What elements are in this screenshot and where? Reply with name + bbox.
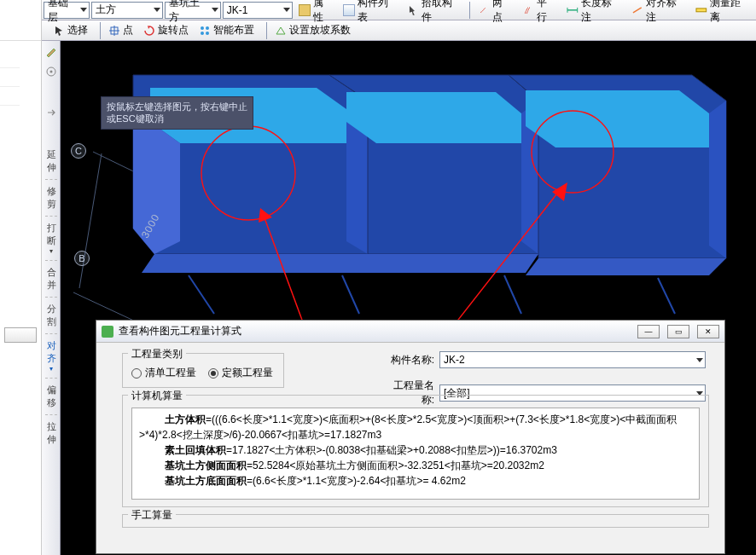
side-labels: 延伸 修剪 打断▾ 合并 分割 对齐▾ 偏移 拉伸 (43, 145, 60, 449)
svg-point-9 (206, 26, 209, 30)
align-dim-icon (631, 4, 643, 16)
svg-line-16 (79, 153, 102, 288)
calc-output[interactable]: 土方体积=(((6.6<长度>*1.1<宽度>)<底面积>+(8<长度>*2.5… (131, 408, 700, 500)
dialog-titlebar[interactable]: 查看构件图元工程量计算式 — ▭ ✕ (96, 321, 724, 343)
btn-length-dim[interactable]: 长度标注 (562, 2, 625, 19)
svg-line-32 (658, 278, 675, 314)
dialog-icon (102, 326, 113, 338)
svg-marker-26 (709, 101, 726, 258)
group-manual-calc: 手工算量 (122, 514, 709, 528)
btn-pick-component[interactable]: 拾取构件 (404, 2, 467, 19)
parallel-icon: ⫽ (522, 4, 534, 16)
btn-smart-layout[interactable]: 智能布置 (195, 22, 263, 39)
radio-quota-qty[interactable]: 定额工程量 (208, 366, 273, 380)
btn-align-dim[interactable]: 对齐标注 (627, 2, 690, 19)
dropdown-floor[interactable]: 基础层 (44, 2, 90, 19)
calc-dialog: 查看构件图元工程量计算式 — ▭ ✕ 工程量类别 清单工程量 定额工程量 构件名… (96, 320, 725, 554)
svg-line-3 (633, 7, 642, 12)
side-align[interactable]: 对齐▾ (47, 336, 56, 376)
btn-component-list[interactable]: 构件列表 (339, 2, 402, 19)
toolbar-primary: 基础层 土方 基坑土方 JK-1 属性 构件列表 拾取构件 ⟋两点 ⫽平行 长度… (42, 0, 756, 20)
slope-icon (275, 25, 287, 37)
attr-icon (299, 4, 311, 16)
machine-calc-legend: 计算机算量 (128, 389, 186, 403)
svg-point-10 (201, 32, 204, 35)
btn-select[interactable]: 选择 (49, 22, 96, 39)
btn-point[interactable]: 点 (104, 22, 137, 39)
dropdown-category[interactable]: 土方 (91, 2, 163, 19)
side-break[interactable]: 打断▾ (47, 218, 56, 258)
blank-icon[interactable] (42, 82, 60, 102)
dropdown-component[interactable]: JK-1 (223, 2, 293, 19)
file-strip-button[interactable] (4, 327, 37, 343)
minimize-button[interactable]: — (637, 325, 660, 338)
axis-C: C (71, 143, 86, 159)
dialog-body: 工程量类别 清单工程量 定额工程量 构件名称: JK-2 工程量名称: [全部]… (96, 343, 724, 528)
axis-B: B (74, 251, 90, 266)
svg-line-31 (504, 275, 521, 314)
svg-marker-25 (526, 90, 709, 147)
svg-point-11 (206, 32, 209, 35)
btn-measure[interactable]: 测量距离 (691, 2, 754, 19)
arrow-icon[interactable] (42, 102, 60, 123)
file-strip-icons[interactable] (0, 49, 20, 106)
brush-icon[interactable] (42, 41, 60, 61)
manual-calc-legend: 手工算量 (128, 508, 176, 523)
dropdown-subcategory[interactable]: 基坑土方 (165, 2, 221, 19)
group-qty-legend: 工程量类别 (128, 347, 186, 361)
svg-point-8 (201, 26, 204, 30)
maximize-button[interactable]: ▭ (667, 325, 689, 338)
svg-marker-28 (142, 254, 538, 273)
radio-bill-qty[interactable]: 清单工程量 (131, 366, 196, 380)
svg-rect-4 (696, 8, 707, 11)
svg-line-30 (342, 275, 359, 314)
smart-icon (199, 25, 211, 37)
hint-tooltip: 按鼠标左键选择图元，按右键中止 或ESC键取消 (101, 96, 253, 130)
rotate-icon (143, 25, 155, 37)
two-point-icon: ⟋ (478, 4, 490, 16)
component-name-label: 构件名称: (385, 353, 434, 367)
cursor-icon (53, 25, 65, 37)
target-icon[interactable] (42, 61, 60, 82)
close-button[interactable]: ✕ (697, 325, 719, 338)
svg-line-29 (189, 275, 214, 314)
component-name-select[interactable]: JK-2 (439, 351, 706, 368)
svg-marker-27 (526, 258, 726, 275)
btn-attributes[interactable]: 属性 (294, 2, 337, 19)
file-strip-top (0, 0, 41, 41)
btn-slope[interactable]: 设置放坡系数 (270, 22, 359, 39)
side-trim[interactable]: 修剪 (47, 182, 56, 214)
side-split[interactable]: 分割 (47, 299, 56, 332)
svg-marker-22 (346, 92, 521, 143)
point-icon (108, 25, 120, 37)
btn-rotate-point[interactable]: 旋转点 (139, 22, 193, 39)
list-icon (343, 4, 355, 16)
file-strip (0, 0, 42, 555)
group-machine-calc: 计算机算量 土方体积=(((6.6<长度>*1.1<宽度>)<底面积>+(8<长… (122, 395, 709, 507)
btn-parallel[interactable]: ⫽平行 (518, 2, 561, 19)
side-extend[interactable]: 延伸 (47, 145, 56, 177)
btn-two-point[interactable]: ⟋两点 (474, 2, 516, 19)
ruler-icon (695, 4, 707, 16)
svg-line-14 (73, 292, 137, 322)
side-stretch[interactable]: 拉伸 (47, 417, 56, 449)
picker-icon (408, 4, 420, 16)
dim-icon (567, 4, 579, 16)
side-merge[interactable]: 合并 (47, 263, 56, 295)
svg-point-13 (49, 70, 52, 72)
dialog-title: 查看构件图元工程量计算式 (119, 324, 630, 338)
side-offset[interactable]: 偏移 (47, 380, 56, 413)
group-qty-type: 工程量类别 清单工程量 定额工程量 (122, 353, 284, 388)
